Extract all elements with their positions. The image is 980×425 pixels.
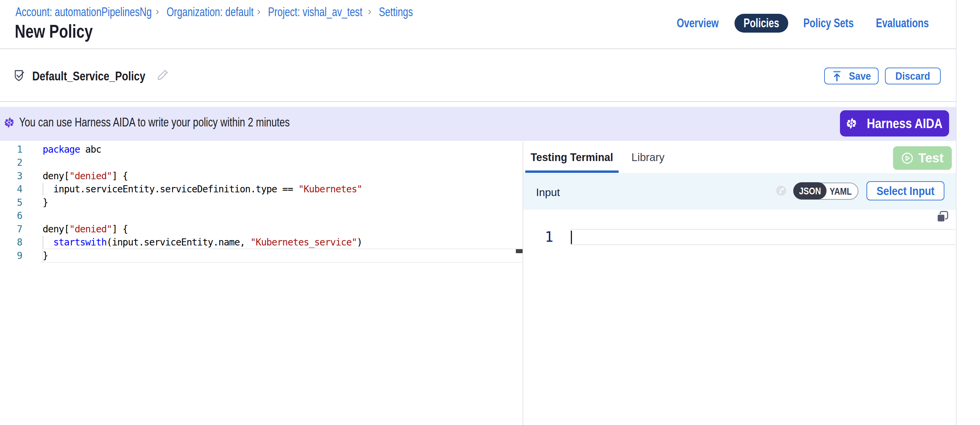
code-token [43,237,53,248]
spacer [0,102,956,107]
input-editor-caret [571,231,572,244]
select-input-button[interactable]: Select Input [867,181,944,200]
code-line-8[interactable]: 8 startswith(input.serviceEntity.name, "… [0,236,523,249]
format-option-yaml[interactable]: YAML [827,185,855,197]
save-button-label: Save [849,70,871,82]
code-token: } [43,250,48,261]
line-number: 2 [0,156,22,169]
policy-toolbar: Default_Service_Policy Save Discard [0,49,956,102]
code-token: ] { [112,224,128,235]
code-line-3[interactable]: 3deny["denied"] { [0,169,523,183]
terminal-tabbar: Testing Terminal Library Test [523,141,956,173]
tab-label: Overview [677,16,719,30]
input-editor-current-line[interactable] [570,229,955,245]
aida-banner: You can use Harness AIDA to write your p… [0,107,956,141]
policy-editor-page: Account: automationPipelinesNgOrganizati… [0,0,956,425]
line-number: 6 [0,209,22,222]
policy-code-editor[interactable]: 1package abc23deny["denied"] {4 input.se… [0,141,523,425]
code-line-7[interactable]: 7deny["denied"] { [0,222,523,236]
code-line-4[interactable]: 4 input.serviceEntity.serviceDefinition.… [0,182,523,196]
code-line-6[interactable]: 6 [0,209,523,222]
upload-icon [831,70,843,82]
input-label: Input [536,185,560,200]
edit-policy-name-icon[interactable] [156,69,169,83]
code-token: "denied" [69,171,112,182]
code-token: "denied" [69,224,112,235]
code-line-1[interactable]: 1package abc [0,143,523,157]
code-token: package [43,144,80,155]
code-token: deny[ [43,224,69,235]
harness-aida-button[interactable]: Harness AIDA [840,110,949,136]
discard-button-label: Discard [896,70,930,82]
code-token: input.serviceEntity.serviceDefinition.ty… [43,184,298,195]
code-text: } [43,249,48,263]
tab-label: Policy Sets [803,16,854,30]
discard-button[interactable]: Discard [885,67,941,85]
format-toggle: JSON YAML [793,182,858,200]
line-number: 4 [0,182,22,196]
module-tabs: OverviewPoliciesPolicy SetsEvaluations [0,14,956,33]
code-token: deny[ [43,171,69,182]
policy-shield-icon [14,70,25,83]
aida-flower-icon [3,117,15,130]
code-text: input.serviceEntity.serviceDefinition.ty… [43,182,362,196]
code-token: ] { [112,171,128,182]
active-tab-underline [525,171,619,173]
code-line-9[interactable]: 9} [0,249,523,263]
play-circle-icon [901,152,913,165]
aida-banner-text: You can use Harness AIDA to write your p… [19,115,290,130]
code-line-2[interactable]: 2 [0,156,523,169]
code-token: (input.serviceEntity.name, [107,237,250,248]
line-number: 5 [0,196,22,209]
tab-policies[interactable]: Policies [735,14,788,33]
format-option-json[interactable]: JSON [793,182,827,200]
code-line-5[interactable]: 5} [0,196,523,209]
tab-policy-sets[interactable]: Policy Sets [803,14,868,33]
code-token: "Kubernetes_service" [250,237,357,248]
code-text: deny["denied"] { [43,222,128,236]
line-number: 7 [0,222,22,236]
select-input-label: Select Input [877,184,935,198]
tab-label: Evaluations [876,16,929,30]
code-text: startswith(input.serviceEntity.name, "Ku… [43,236,362,249]
tab-overview[interactable]: Overview [677,14,730,33]
page-right-border [956,0,956,425]
page-header: Account: automationPipelinesNgOrganizati… [0,0,956,49]
input-toolbar: Input JSON YAML Select Input [523,173,956,210]
line-number: 1 [0,143,22,157]
code-token: } [43,197,48,208]
line-number: 3 [0,169,22,183]
line-number: 9 [0,249,22,263]
code-token: startswith [53,237,107,248]
tab-library[interactable]: Library [632,150,665,165]
aida-flower-icon-white [845,115,858,132]
tab-label: Policies [744,16,779,30]
main-split: 1package abc23deny["denied"] {4 input.se… [0,141,956,425]
copy-icon[interactable] [937,211,948,224]
input-set-icon[interactable] [776,185,786,197]
harness-aida-button-label: Harness AIDA [867,116,942,131]
input-editor-line-number: 1 [545,229,554,245]
code-token: ) [357,237,363,248]
test-button-label: Test [918,151,943,165]
code-text: } [43,196,48,209]
code-token: abc [80,144,101,155]
save-button[interactable]: Save [824,67,878,85]
code-text: deny["denied"] { [43,169,128,183]
policy-name: Default_Service_Policy [32,69,145,83]
tab-evaluations[interactable]: Evaluations [876,14,944,33]
test-button[interactable]: Test [893,146,952,170]
line-number: 8 [0,236,22,249]
testing-panel: Testing Terminal Library Test Input [523,141,956,425]
code-text: package abc [43,143,101,157]
tab-testing-terminal[interactable]: Testing Terminal [531,150,613,165]
code-token: "Kubernetes" [298,184,362,195]
